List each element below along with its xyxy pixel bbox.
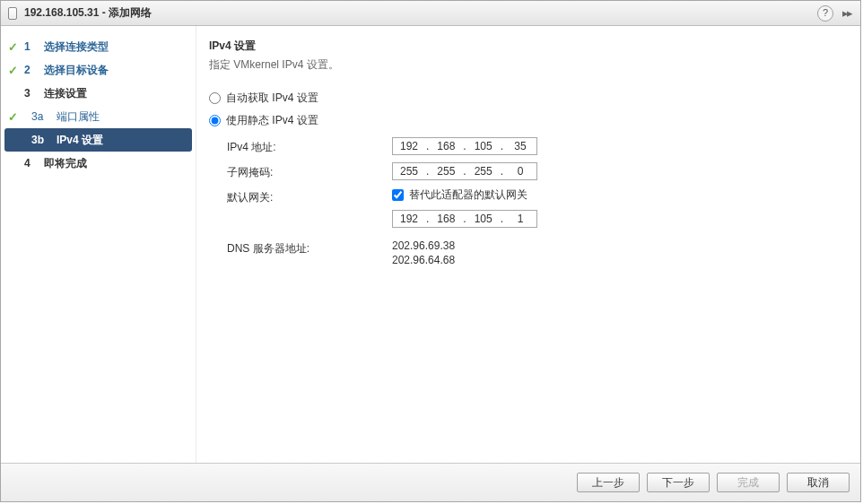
step-label: 连接设置 [44, 86, 87, 101]
mask-octet-2[interactable] [430, 163, 462, 179]
step-number: 3 [22, 87, 44, 100]
finish-button[interactable]: 完成 [717, 473, 780, 492]
override-gateway-checkbox-row[interactable]: 替代此适配器的默认网关 [392, 187, 537, 203]
label-subnet-mask: 子网掩码: [227, 162, 392, 180]
ip-octet-4[interactable] [504, 138, 536, 154]
gw-octet-1[interactable] [393, 211, 425, 227]
step-number: 2 [22, 64, 44, 76]
ip-octet-1[interactable] [393, 138, 425, 154]
step-number: 1 [22, 40, 44, 53]
page-title: IPv4 设置 [209, 39, 842, 54]
window-title: 192.168.105.31 - 添加网络 [24, 5, 817, 21]
step-port-properties[interactable]: ✓ 3a 端口属性 [1, 105, 196, 128]
step-label: 端口属性 [57, 109, 100, 125]
step-label: 选择目标设备 [44, 63, 109, 78]
step-label: 选择连接类型 [44, 39, 109, 55]
check-icon: ✓ [8, 64, 22, 77]
dns-values: 202.96.69.38 202.96.64.68 [392, 239, 455, 267]
row-default-gateway: 默认网关: 替代此适配器的默认网关 . . . [227, 187, 842, 228]
titlebar: 192.168.105.31 - 添加网络 ? ▸▸ [1, 1, 860, 26]
override-gateway-label: 替代此适配器的默认网关 [409, 187, 527, 203]
radio-static-input[interactable] [209, 115, 221, 126]
dns-server-2: 202.96.64.68 [392, 253, 455, 267]
radio-label: 自动获取 IPv4 设置 [226, 91, 318, 106]
gw-octet-3[interactable] [467, 211, 500, 227]
step-select-target-device[interactable]: ✓ 2 选择目标设备 [1, 58, 196, 82]
step-number: 3a [22, 110, 57, 123]
step-select-connection-type[interactable]: ✓ 1 选择连接类型 [1, 35, 196, 58]
radio-label: 使用静态 IPv4 设置 [226, 113, 318, 128]
mask-octet-1[interactable] [393, 163, 425, 179]
wizard-steps-sidebar: ✓ 1 选择连接类型 ✓ 2 选择目标设备 3 连接设置 ✓ 3a 端口属性 [1, 26, 196, 463]
step-number: 4 [22, 157, 44, 169]
next-button[interactable]: 下一步 [647, 473, 710, 492]
mask-octet-3[interactable] [467, 163, 500, 179]
help-icon[interactable]: ? [817, 5, 833, 22]
gw-octet-4[interactable] [504, 211, 536, 227]
static-ipv4-form: IPv4 地址: . . . 子网掩码: . [227, 137, 842, 267]
main-panel: IPv4 设置 指定 VMkernel IPv4 设置。 自动获取 IPv4 设… [196, 26, 860, 463]
row-ipv4-address: IPv4 地址: . . . [227, 137, 842, 155]
ipv4-address-input[interactable]: . . . [392, 137, 537, 155]
label-ipv4-address: IPv4 地址: [227, 137, 392, 155]
dns-server-1: 202.96.69.38 [392, 239, 455, 253]
step-label: IPv4 设置 [57, 133, 103, 148]
subnet-mask-input[interactable]: . . . [392, 162, 537, 180]
mask-octet-4[interactable] [504, 163, 536, 179]
step-ipv4-settings[interactable]: 3b IPv4 设置 [4, 128, 192, 152]
step-ready-to-complete: 4 即将完成 [1, 152, 196, 175]
step-label: 即将完成 [44, 156, 87, 171]
radio-static-ipv4[interactable]: 使用静态 IPv4 设置 [209, 113, 842, 128]
override-gateway-checkbox[interactable] [392, 189, 404, 201]
radio-auto-ipv4[interactable]: 自动获取 IPv4 设置 [209, 91, 842, 106]
check-icon: ✓ [8, 40, 22, 54]
row-subnet-mask: 子网掩码: . . . [227, 162, 842, 180]
row-dns-servers: DNS 服务器地址: 202.96.69.38 202.96.64.68 [227, 239, 842, 267]
radio-auto-input[interactable] [209, 92, 221, 104]
check-icon: ✓ [8, 110, 22, 124]
wizard-footer: 上一步 下一步 完成 取消 [1, 463, 860, 501]
step-number: 3b [22, 134, 57, 146]
ip-octet-2[interactable] [430, 138, 462, 154]
gateway-input[interactable]: . . . [392, 210, 537, 228]
gw-octet-2[interactable] [430, 211, 462, 227]
wizard-window: 192.168.105.31 - 添加网络 ? ▸▸ ✓ 1 选择连接类型 ✓ … [0, 0, 861, 502]
label-dns-servers: DNS 服务器地址: [227, 239, 392, 256]
step-connection-settings: 3 连接设置 [1, 82, 196, 105]
expand-icon[interactable]: ▸▸ [839, 6, 855, 20]
back-button[interactable]: 上一步 [577, 473, 640, 492]
wizard-body: ✓ 1 选择连接类型 ✓ 2 选择目标设备 3 连接设置 ✓ 3a 端口属性 [1, 26, 860, 463]
cancel-button[interactable]: 取消 [787, 473, 850, 492]
ip-octet-3[interactable] [467, 138, 500, 154]
page-description: 指定 VMkernel IPv4 设置。 [209, 57, 842, 73]
device-icon [8, 7, 17, 20]
label-default-gateway: 默认网关: [227, 187, 392, 205]
